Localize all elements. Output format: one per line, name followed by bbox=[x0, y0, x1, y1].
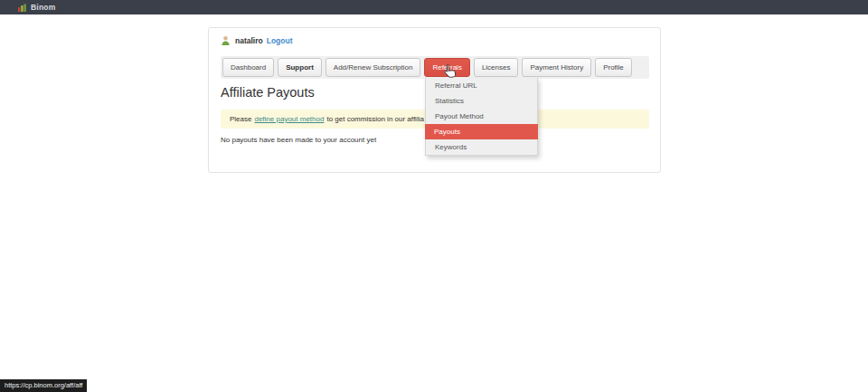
link-preview-statusbar: https://cp.binom.org/aff/aff bbox=[0, 379, 87, 392]
bar-chart-icon bbox=[18, 4, 26, 12]
referrals-dropdown-menu: Referral URL Statistics Payout Method Pa… bbox=[425, 78, 538, 156]
menu-item-referral-url[interactable]: Referral URL bbox=[426, 78, 537, 93]
user-row: nataliro Logout bbox=[221, 35, 293, 45]
tab-referrals[interactable]: Referrals bbox=[424, 58, 469, 77]
define-payout-method-link[interactable]: define payout method bbox=[254, 115, 324, 123]
menu-item-payouts[interactable]: Payouts bbox=[425, 124, 538, 139]
tab-profile[interactable]: Profile bbox=[595, 58, 632, 77]
menu-item-statistics[interactable]: Statistics bbox=[426, 93, 537, 109]
tab-dashboard[interactable]: Dashboard bbox=[222, 58, 274, 77]
brand-name: Binom bbox=[31, 3, 55, 12]
alert-text-before: Please bbox=[230, 115, 251, 123]
alert-text-after: to get commission in our affilia bbox=[326, 115, 423, 123]
topbar: Binom bbox=[0, 0, 868, 14]
tab-support[interactable]: Support bbox=[278, 58, 322, 77]
empty-payouts-message: No payouts have been made to your accoun… bbox=[221, 136, 376, 144]
tab-add-renew-subscription[interactable]: Add/Renew Subscription bbox=[326, 58, 421, 77]
tab-licenses[interactable]: Licenses bbox=[474, 58, 519, 77]
nav-tabs: Dashboard Support Add/Renew Subscription… bbox=[221, 56, 649, 79]
menu-item-payout-method[interactable]: Payout Method bbox=[426, 109, 537, 124]
username: nataliro bbox=[235, 36, 263, 45]
logout-link[interactable]: Logout bbox=[267, 36, 293, 45]
user-avatar-icon bbox=[221, 35, 231, 45]
tab-payment-history[interactable]: Payment History bbox=[522, 58, 591, 77]
page-title: Affiliate Payouts bbox=[221, 85, 315, 100]
menu-item-keywords[interactable]: Keywords bbox=[426, 139, 537, 155]
